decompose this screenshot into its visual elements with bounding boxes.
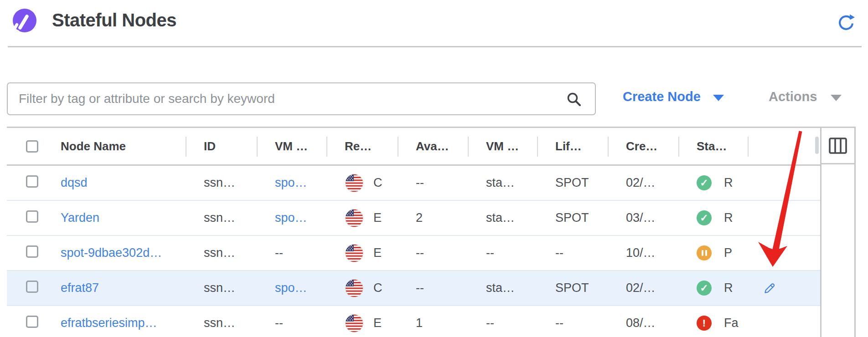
table-row[interactable]: efratbseriesimp… ssn… -- E 1 -- -- 08/… …: [7, 306, 820, 337]
region-text: E: [373, 246, 382, 260]
select-all-checkbox[interactable]: [26, 140, 38, 153]
header-divider: [8, 46, 862, 47]
column-header-region[interactable]: Re…: [326, 128, 398, 164]
us-flag-icon: [345, 279, 363, 297]
node-name-link[interactable]: Yarden: [61, 211, 99, 225]
column-header-availability[interactable]: Ava…: [398, 128, 468, 164]
table-header-row: Node Name ID VM … Re… Ava… VM … Lif… Cre…: [7, 127, 820, 166]
table-right-column: [820, 127, 856, 337]
node-name-link[interactable]: spot-9dbae302d…: [61, 246, 162, 260]
column-header-created[interactable]: Cre…: [608, 128, 678, 164]
availability-zone: 2: [398, 211, 468, 225]
row-checkbox[interactable]: [26, 210, 38, 223]
node-id: ssn…: [186, 246, 257, 260]
edit-node-button[interactable]: [762, 281, 777, 296]
region-text: E: [373, 316, 382, 330]
lifecycle: --: [537, 316, 608, 330]
status-running-icon: [697, 281, 712, 296]
vm-size: --: [468, 316, 537, 330]
status-running-icon: [697, 210, 712, 225]
created-at: 10/…: [608, 246, 678, 260]
availability-zone: --: [398, 281, 468, 295]
columns-icon: [828, 137, 847, 155]
actions-label: Actions: [769, 89, 817, 104]
node-name-link[interactable]: efratbseriesimp…: [61, 316, 157, 330]
vm-name-link[interactable]: spo…: [275, 281, 307, 295]
us-flag-icon: [345, 174, 363, 192]
column-header-node-name[interactable]: Node Name: [50, 128, 186, 164]
column-header-vm-name[interactable]: VM …: [257, 128, 326, 164]
us-flag-icon: [345, 244, 363, 262]
availability-zone: 1: [398, 316, 468, 330]
column-header-id[interactable]: ID: [186, 128, 257, 164]
row-checkbox[interactable]: [26, 316, 38, 328]
availability-zone: --: [398, 246, 468, 260]
lifecycle: SPOT: [537, 281, 608, 295]
node-id: ssn…: [186, 176, 257, 190]
vm-size: --: [468, 246, 537, 260]
node-id: ssn…: [186, 316, 257, 330]
lifecycle: --: [537, 246, 608, 260]
lifecycle: SPOT: [537, 176, 608, 190]
vm-size: sta…: [468, 211, 537, 225]
status-text: P: [724, 246, 732, 260]
scrollbar-thumb[interactable]: [815, 137, 819, 154]
vm-size: sta…: [468, 176, 537, 190]
vm-name-empty: --: [257, 316, 326, 330]
vm-name-link[interactable]: spo…: [275, 176, 307, 189]
column-picker-button[interactable]: [828, 137, 847, 155]
row-checkbox[interactable]: [26, 281, 38, 293]
row-checkbox[interactable]: [26, 175, 38, 188]
status-running-icon: [697, 175, 712, 190]
pencil-icon: [762, 281, 777, 296]
node-id: ssn…: [186, 211, 257, 225]
created-at: 02/…: [608, 281, 678, 295]
create-node-label: Create Node: [623, 89, 701, 104]
actions-button[interactable]: Actions: [769, 89, 842, 104]
vm-name-link[interactable]: spo…: [275, 211, 307, 225]
stateful-nodes-page: Stateful Nodes Create Node Actions Node …: [0, 0, 868, 337]
row-checkbox[interactable]: [26, 245, 38, 258]
region-text: C: [373, 176, 382, 190]
created-at: 02/…: [608, 176, 678, 190]
status-paused-icon: [697, 245, 712, 260]
table-row[interactable]: Yarden ssn… spo… E 2 sta… SPOT 03/… R: [7, 201, 820, 236]
created-at: 08/…: [608, 316, 678, 330]
chevron-down-icon: [713, 95, 724, 101]
page-title: Stateful Nodes: [52, 10, 176, 31]
column-header-vm-size[interactable]: VM …: [468, 128, 537, 164]
refresh-icon: [836, 13, 857, 34]
table-row[interactable]: efrat87 ssn… spo… C -- sta… SPOT 02/… R: [7, 271, 820, 306]
region-text: C: [373, 281, 382, 295]
filter-box: [7, 82, 596, 115]
us-flag-icon: [345, 314, 363, 332]
spot-logo-icon: [10, 8, 37, 35]
node-name-link[interactable]: dqsd: [61, 176, 88, 189]
chevron-down-icon: [831, 95, 842, 101]
filter-input[interactable]: [8, 83, 595, 114]
search-icon: [566, 91, 583, 108]
status-text: R: [724, 211, 733, 225]
status-text: R: [724, 176, 733, 190]
table-row[interactable]: dqsd ssn… spo… C -- sta… SPOT 02/… R: [7, 166, 820, 201]
status-text: R: [724, 281, 733, 295]
vm-size: sta…: [468, 281, 537, 295]
created-at: 03/…: [608, 211, 678, 225]
node-name-link[interactable]: efrat87: [61, 281, 99, 295]
column-header-actions: [748, 128, 820, 164]
column-header-lifecycle[interactable]: Lif…: [537, 128, 608, 164]
nodes-table: Node Name ID VM … Re… Ava… VM … Lif… Cre…: [7, 127, 856, 337]
lifecycle: SPOT: [537, 211, 608, 225]
vm-name-empty: --: [257, 246, 326, 260]
create-node-button[interactable]: Create Node: [623, 89, 724, 104]
node-id: ssn…: [186, 281, 257, 295]
status-text: Fa: [724, 316, 739, 330]
column-header-status[interactable]: Sta…: [678, 128, 748, 164]
us-flag-icon: [345, 209, 363, 227]
refresh-button[interactable]: [836, 13, 857, 34]
status-failed-icon: [697, 316, 712, 331]
availability-zone: --: [398, 176, 468, 190]
region-text: E: [373, 211, 382, 225]
table-row[interactable]: spot-9dbae302d… ssn… -- E -- -- -- 10/… …: [7, 236, 820, 271]
